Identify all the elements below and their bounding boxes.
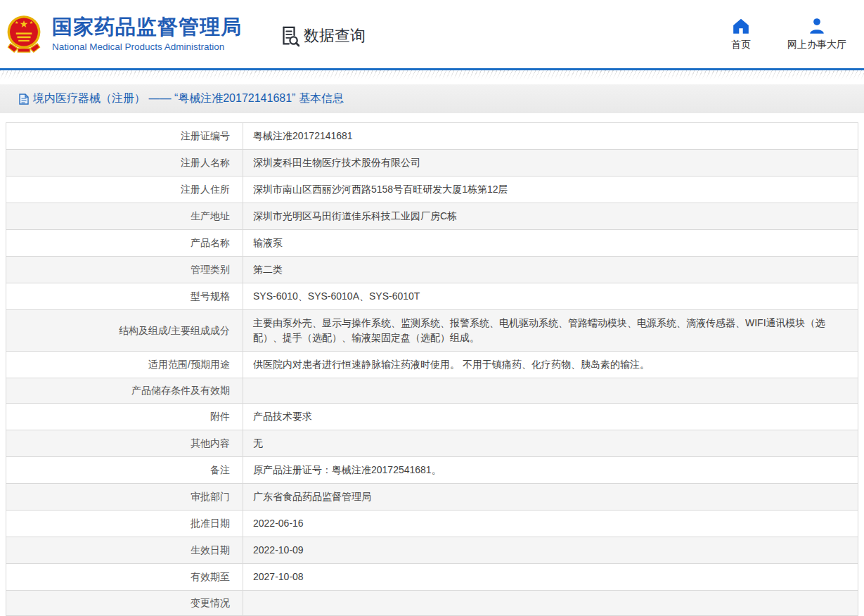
- table-row: 审批部门广东省食品药品监督管理局: [6, 484, 858, 511]
- table-row: 有效期至2027-10-08: [6, 564, 858, 591]
- row-label: 其他内容: [6, 430, 243, 457]
- row-label: 型号规格: [6, 283, 243, 310]
- table-row: 附件产品技术要求: [6, 404, 858, 430]
- row-label: 注册证编号: [6, 123, 243, 150]
- row-label: 备注: [6, 457, 243, 484]
- table-row: 批准日期2022-06-16: [6, 511, 858, 537]
- table-row: 注册人住所深圳市南山区西丽沙河西路5158号百旺研发大厦1栋第12层: [6, 177, 858, 203]
- site-header: ★ ★ ★ 国家药品监督管理局 National Medical Product…: [0, 0, 864, 68]
- svg-text:★: ★: [15, 20, 19, 25]
- table-row: 其他内容无: [6, 430, 858, 457]
- row-value: [243, 591, 858, 616]
- row-value: 原产品注册证号：粤械注准20172541681。: [243, 457, 858, 484]
- svg-text:★: ★: [30, 20, 34, 25]
- table-row: 结构及组成/主要组成成分主要由泵外壳、显示与操作系统、监测系统、报警系统、电机驱…: [6, 310, 858, 352]
- row-label: 变更情况: [6, 591, 243, 616]
- info-table: 注册证编号粤械注准20172141681注册人名称深圳麦科田生物医疗技术股份有限…: [6, 122, 858, 616]
- row-value: 输液泵: [243, 230, 858, 257]
- table-row: 型号规格SYS-6010、SYS-6010A、SYS-6010T: [6, 283, 858, 310]
- row-label: 产品名称: [6, 230, 243, 257]
- row-value: 粤械注准20172141681: [243, 123, 858, 150]
- row-label: 有效期至: [6, 564, 243, 591]
- row-value: 无: [243, 430, 858, 457]
- document-icon: [19, 94, 29, 105]
- nav-item-service-hall[interactable]: 网上办事大厅: [787, 18, 846, 51]
- row-value: SYS-6010、SYS-6010A、SYS-6010T: [243, 283, 858, 310]
- row-label: 附件: [6, 404, 243, 430]
- row-label: 适用范围/预期用途: [6, 352, 243, 378]
- row-value: 供医院内对患者进行恒速静脉输注药液时使用。 不用于镇痛药、化疗药物、胰岛素的输注…: [243, 352, 858, 378]
- page-title-bar: 境内医疗器械（注册） —— “粤械注准20172141681” 基本信息: [0, 84, 864, 113]
- hatch-band: [0, 70, 864, 80]
- row-value: 深圳麦科田生物医疗技术股份有限公司: [243, 150, 858, 177]
- svg-text:★: ★: [20, 18, 28, 30]
- row-label: 注册人名称: [6, 150, 243, 177]
- user-icon: [808, 18, 826, 34]
- table-row: 注册证编号粤械注准20172141681: [6, 123, 858, 150]
- row-value: 广东省食品药品监督管理局: [243, 484, 858, 511]
- row-label: 生产地址: [6, 203, 243, 230]
- table-row: 适用范围/预期用途供医院内对患者进行恒速静脉输注药液时使用。 不用于镇痛药、化疗…: [6, 352, 858, 378]
- table-row: 产品名称输液泵: [6, 230, 858, 257]
- row-label: 审批部门: [6, 484, 243, 511]
- info-table-body: 注册证编号粤械注准20172141681注册人名称深圳麦科田生物医疗技术股份有限…: [6, 123, 858, 616]
- table-row: 产品储存条件及有效期: [6, 378, 858, 404]
- data-query-label: 数据查询: [304, 25, 366, 46]
- header-nav: 首页 网上办事大厅: [731, 18, 846, 51]
- row-value: 产品技术要求: [243, 404, 858, 430]
- row-value: 2022-06-16: [243, 511, 858, 537]
- row-value: 深圳市南山区西丽沙河西路5158号百旺研发大厦1栋第12层: [243, 177, 858, 203]
- nav-item-label: 首页: [731, 39, 751, 51]
- row-value: 2027-10-08: [243, 564, 858, 591]
- site-subtitle: National Medical Products Administration: [52, 41, 242, 52]
- row-label: 批准日期: [6, 511, 243, 537]
- site-title: 国家药品监督管理局: [52, 16, 242, 39]
- row-value: 主要由泵外壳、显示与操作系统、监测系统、报警系统、电机驱动系统、管路蠕动模块、电…: [243, 310, 858, 352]
- table-row: 生产地址深圳市光明区马田街道佳乐科技工业园厂房C栋: [6, 203, 858, 230]
- row-label: 管理类别: [6, 257, 243, 283]
- home-icon: [732, 18, 750, 34]
- row-value: [243, 378, 858, 404]
- row-value: 深圳市光明区马田街道佳乐科技工业园厂房C栋: [243, 203, 858, 230]
- table-row: 管理类别第二类: [6, 257, 858, 283]
- row-value: 第二类: [243, 257, 858, 283]
- row-label: 生效日期: [6, 537, 243, 564]
- data-query-tab[interactable]: 数据查询: [274, 25, 366, 47]
- row-label: 结构及组成/主要组成成分: [6, 310, 243, 352]
- row-value: 2022-10-09: [243, 537, 858, 564]
- row-label: 产品储存条件及有效期: [6, 378, 243, 404]
- page-title: 境内医疗器械（注册） —— “粤械注准20172141681” 基本信息: [33, 91, 344, 106]
- table-row: 备注原产品注册证号：粤械注准20172541681。: [6, 457, 858, 484]
- table-row: 注册人名称深圳麦科田生物医疗技术股份有限公司: [6, 150, 858, 177]
- nav-item-home[interactable]: 首页: [731, 18, 751, 51]
- national-emblem-logo: ★ ★ ★: [6, 14, 42, 55]
- document-search-icon: [278, 25, 299, 47]
- nav-item-label: 网上办事大厅: [787, 39, 846, 51]
- row-label: 注册人住所: [6, 177, 243, 203]
- table-row: 变更情况: [6, 591, 858, 616]
- table-row: 生效日期2022-10-09: [6, 537, 858, 564]
- brand-home-link[interactable]: ★ ★ ★ 国家药品监督管理局 National Medical Product…: [6, 14, 242, 55]
